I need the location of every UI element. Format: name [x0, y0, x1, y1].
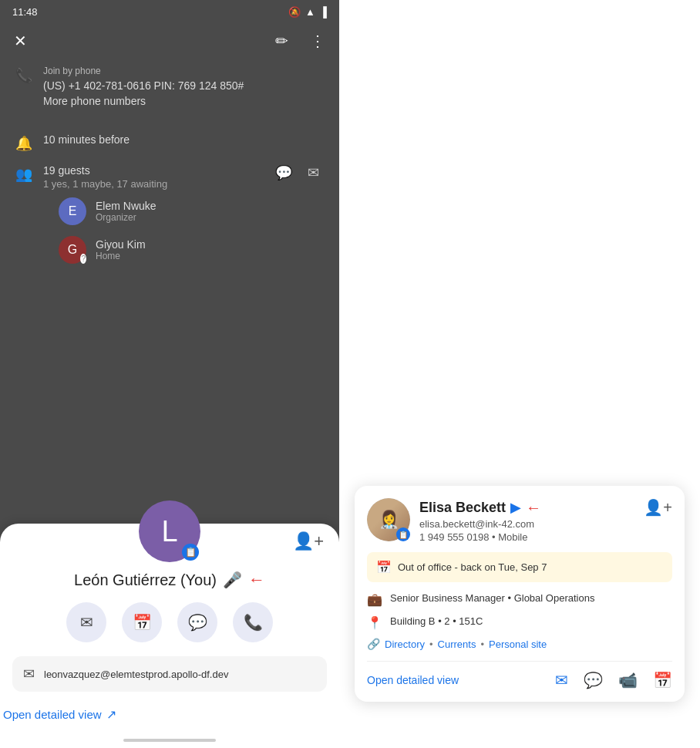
guest-elem[interactable]: E ✓ Elem Nwuke Organizer — [43, 197, 327, 225]
home-indicator — [123, 739, 216, 742]
giyou-name: Giyou Kim — [96, 238, 146, 251]
more-numbers[interactable]: More phone numbers — [43, 95, 244, 107]
wifi-icon: ▲ — [305, 6, 315, 18]
leon-avatar: L 📋 — [139, 500, 200, 562]
links-row: 🔗 Directory • Currents • Personal site — [367, 638, 672, 650]
phone-button[interactable]: 📞 — [233, 602, 273, 642]
bell-icon: 🔔 — [15, 135, 32, 152]
elem-role: Organizer — [96, 212, 156, 223]
ooo-text: Out of office - back on Tue, Sep 7 — [398, 561, 547, 573]
elisa-info: Elisa Beckett ▶ ← 👤+ elisa.beckett@ink-4… — [419, 498, 672, 543]
reminder-row: 🔔 10 minutes before — [43, 133, 327, 152]
mic-icon: 🎤 — [223, 571, 242, 589]
guests-icon: 👥 — [15, 166, 32, 183]
elisa-add-person-button[interactable]: 👤+ — [644, 498, 672, 517]
open-detail-button[interactable]: Open detailed view ↗ — [0, 704, 119, 725]
elisa-header: 👩‍⚕️ 📋 Elisa Beckett ▶ ← 👤+ elisa.becket… — [367, 498, 672, 543]
dot-separator-1: • — [429, 638, 433, 650]
ooo-icon: 📅 — [376, 560, 392, 574]
elisa-footer: Open detailed view ✉ 💬 📹 📅 — [367, 661, 672, 689]
leon-email: leonvazquez@elemtestprod.apollo-df.dev — [44, 669, 228, 680]
elisa-open-detail-button[interactable]: Open detailed view — [367, 674, 459, 686]
left-panel: 11:48 🔕 ▲ ▐ ✕ ✏ ⋮ 📞 Join by phone (US) +… — [0, 0, 339, 748]
briefcase-icon: 💼 — [367, 592, 382, 607]
elisa-badge: 📋 — [396, 527, 410, 541]
calendar-content: 📞 Join by phone (US) +1 402-781-0616 PIN… — [0, 58, 339, 264]
location-icon: 📍 — [367, 615, 382, 630]
guests-count: 19 guests — [43, 164, 167, 177]
leon-name-row: León Gutiérrez (You) 🎤 ← — [0, 570, 339, 590]
battery-icon: ▐ — [320, 6, 327, 18]
close-icon: ✕ — [14, 32, 27, 49]
elisa-email-button[interactable]: ✉ — [555, 671, 568, 689]
phone-number: (US) +1 402-781-0616 PIN: 769 124 850# — [43, 79, 244, 92]
out-of-office-banner: 📅 Out of office - back on Tue, Sep 7 — [367, 552, 672, 582]
leon-badge: 📋 — [182, 544, 199, 561]
phone-row: 📞 Join by phone (US) +1 402-781-0616 PIN… — [43, 66, 327, 121]
join-phone-label: Join by phone — [43, 66, 244, 76]
red-arrow-icon: ← — [248, 570, 265, 590]
email-row: ✉ leonvazquez@elemtestprod.apollo-df.dev — [12, 656, 327, 692]
leon-name: León Gutiérrez (You) — [74, 571, 217, 589]
elem-avatar: E ✓ — [59, 197, 86, 225]
comment-icon[interactable]: 💬 — [275, 164, 292, 181]
giyou-role: Home — [96, 251, 146, 261]
elisa-card: 👩‍⚕️ 📋 Elisa Beckett ▶ ← 👤+ elisa.becket… — [355, 486, 685, 702]
elisa-red-arrow-icon: ← — [526, 499, 541, 517]
email-row-icon: ✉ — [23, 665, 35, 682]
giyou-avatar: G ? — [59, 236, 86, 264]
directory-link[interactable]: Directory — [385, 638, 425, 650]
add-person-icon: 👤+ — [293, 531, 324, 551]
top-toolbar: ✕ ✏ ⋮ — [0, 24, 339, 58]
email-button[interactable]: ✉ — [66, 602, 106, 642]
leon-card: L 📋 👤+ León Gutiérrez (You) 🎤 ← ✉ 📅 💬 📞 … — [0, 524, 339, 748]
right-side: 👩‍⚕️ 📋 Elisa Beckett ▶ ← 👤+ elisa.becket… — [339, 0, 700, 748]
elisa-open-detail-label: Open detailed view — [367, 674, 459, 686]
more-icon: ⋮ — [310, 32, 325, 49]
guests-summary: 1 yes, 1 maybe, 17 awaiting — [43, 178, 167, 190]
guest-giyou[interactable]: G ? Giyou Kim Home — [43, 236, 327, 264]
action-buttons: ✉ 📅 💬 📞 — [0, 602, 339, 642]
phone-icon: 📞 — [15, 67, 32, 84]
chat-button[interactable]: 💬 — [177, 602, 217, 642]
external-link-icon: ↗ — [106, 707, 116, 722]
footer-icons: ✉ 💬 📹 📅 — [555, 671, 672, 689]
guests-actions: 💬 ✉ — [275, 164, 319, 181]
dot-separator-2: • — [480, 638, 484, 650]
elisa-avatar-wrap: 👩‍⚕️ 📋 — [367, 498, 410, 541]
elisa-email: elisa.beckett@ink-42.com — [419, 518, 672, 530]
elisa-phone: 1 949 555 0198 • Mobile — [419, 531, 672, 543]
elisa-chat-button[interactable]: 💬 — [584, 671, 603, 689]
elisa-calendar-button[interactable]: 📅 — [653, 671, 672, 689]
reminder-text: 10 minutes before — [43, 133, 130, 146]
status-bar: 11:48 🔕 ▲ ▐ — [0, 0, 339, 24]
add-person-button[interactable]: 👤+ — [293, 531, 324, 551]
elisa-name: Elisa Beckett — [419, 500, 506, 516]
status-icons: 🔕 ▲ ▐ — [288, 6, 327, 18]
location-text: Building B • 2 • 151C — [390, 615, 483, 628]
open-detail-label: Open detailed view — [3, 708, 102, 721]
edit-icon: ✏ — [275, 32, 288, 49]
close-button[interactable]: ✕ — [11, 29, 30, 53]
play-icon[interactable]: ▶ — [510, 499, 521, 516]
job-title-row: 💼 Senior Business Manager • Global Opera… — [367, 591, 672, 607]
location-row: 📍 Building B • 2 • 151C — [367, 615, 672, 630]
elisa-video-button[interactable]: 📹 — [618, 671, 638, 689]
job-title: Senior Business Manager • Global Operati… — [390, 591, 594, 605]
mail-icon[interactable]: ✉ — [308, 164, 319, 181]
elem-name: Elem Nwuke — [96, 200, 156, 212]
currents-link[interactable]: Currents — [438, 638, 476, 650]
mute-icon: 🔕 — [288, 6, 301, 18]
link-icon: 🔗 — [367, 638, 380, 650]
time: 11:48 — [12, 6, 38, 18]
guests-row: 👥 19 guests 1 yes, 1 maybe, 17 awaiting … — [43, 164, 327, 190]
leon-avatar-wrap: L 📋 — [0, 500, 339, 562]
more-button[interactable]: ⋮ — [307, 29, 328, 53]
personal-site-link[interactable]: Personal site — [489, 638, 547, 650]
elisa-name-row: Elisa Beckett ▶ ← 👤+ — [419, 498, 672, 517]
edit-button[interactable]: ✏ — [272, 29, 291, 53]
calendar-button[interactable]: 📅 — [122, 602, 162, 642]
